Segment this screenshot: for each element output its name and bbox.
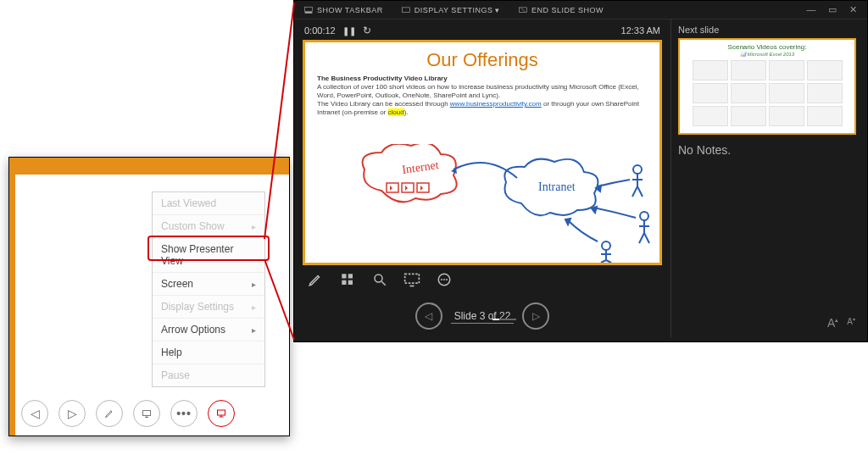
svg-rect-3 [305, 7, 313, 11]
svg-rect-1 [218, 410, 225, 415]
slide-annotation-drawing: Internet Intranet [305, 144, 659, 263]
more-options-button[interactable]: ••• [170, 400, 198, 427]
slideshow-context-menu: Last Viewed Custom Show ▸ Show Presenter… [152, 191, 265, 387]
menu-display-settings: Display Settings ▸ [153, 296, 264, 319]
svg-point-11 [640, 212, 648, 220]
ellipsis-icon: ••• [176, 407, 192, 420]
menu-item-label: Screen [161, 278, 193, 290]
black-screen-tool[interactable] [403, 272, 421, 291]
svg-point-12 [602, 241, 610, 250]
svg-line-18 [381, 281, 386, 286]
next-slide-title: Scenario Videos covering: [680, 43, 854, 51]
display-settings-icon [402, 6, 410, 14]
svg-rect-2 [305, 11, 313, 13]
decrease-font-button[interactable]: A▾ [847, 316, 855, 330]
svg-rect-15 [342, 280, 346, 285]
slide-text-line2c: ). [404, 108, 409, 116]
show-taskbar-button[interactable]: SHOW TASKBAR [304, 6, 383, 14]
maximize-button[interactable]: ▭ [828, 4, 837, 15]
menu-item-label: Show Presenter View [161, 243, 256, 267]
presenter-menubar: SHOW TASKBAR DISPLAY SETTINGS ▾ END SLID… [294, 1, 867, 19]
magnifier-icon [372, 272, 387, 287]
slideshow-accent-top [9, 158, 289, 175]
next-slide-pane: Next slide Scenario Videos covering: 📊 M… [670, 19, 867, 338]
presenter-view-window: SHOW TASKBAR DISPLAY SETTINGS ▾ END SLID… [293, 0, 868, 342]
black-screen-icon [403, 272, 420, 287]
svg-rect-7 [387, 183, 398, 192]
close-button[interactable]: ✕ [849, 4, 858, 15]
presenter-status-row: 0:00:12 ❚❚ ↻ 12:33 AM [303, 25, 662, 40]
window-controls: — ▭ ✕ [807, 4, 858, 15]
svg-point-23 [446, 279, 448, 280]
slideshow-window: Last Viewed Custom Show ▸ Show Presenter… [8, 157, 290, 436]
pause-timer-button[interactable]: ❚❚ [342, 26, 356, 36]
svg-rect-8 [402, 183, 414, 192]
svg-rect-14 [348, 274, 353, 278]
menubar-label: DISPLAY SETTINGS ▾ [415, 6, 500, 14]
slide-text-line2a: The Video Library can be accessed throug… [317, 100, 450, 108]
menu-item-label: Pause [161, 369, 190, 381]
slide-link[interactable]: www.businessproductivity.com [450, 100, 542, 108]
display-button[interactable] [133, 400, 160, 427]
grid-icon [340, 272, 355, 287]
slide-nav: ◁ Slide 3 of 22 ▷ [303, 302, 662, 330]
next-slide-thumbnail[interactable]: Scenario Videos covering: 📊 Microsoft Ex… [678, 38, 856, 135]
notes-font-controls: A▴ A▾ [827, 316, 855, 330]
slide-subtitle: The Business Productivity Video Library [317, 75, 448, 82]
menu-show-presenter-view[interactable]: Show Presenter View [153, 238, 264, 273]
see-all-slides-tool[interactable] [338, 272, 357, 291]
presenter-view-button[interactable] [208, 400, 235, 427]
menu-item-label: Help [161, 347, 182, 358]
increase-font-button[interactable]: A▴ [827, 316, 838, 330]
menu-arrow-options[interactable]: Arrow Options ▸ [153, 319, 264, 341]
next-slide-grid [680, 57, 854, 126]
next-slide-label: Next slide [678, 25, 860, 35]
menu-item-label: Arrow Options [161, 324, 225, 336]
submenu-arrow-icon: ▸ [252, 325, 256, 335]
menu-help[interactable]: Help [153, 341, 264, 364]
menu-custom-show: Custom Show ▸ [153, 215, 264, 238]
minimize-button[interactable]: — [807, 4, 817, 15]
svg-point-22 [443, 279, 445, 280]
current-slide-pane: 0:00:12 ❚❚ ↻ 12:33 AM Our Offerings The … [294, 19, 670, 338]
svg-point-10 [633, 165, 642, 174]
drawing-label-internet: Internet [401, 158, 439, 176]
pen-tool-button[interactable] [96, 400, 123, 427]
prev-slide-button[interactable]: ◁ [21, 400, 48, 427]
slide-body: The Business Productivity Video Library … [305, 75, 659, 117]
taskbar-icon [304, 6, 313, 14]
nav-next-button[interactable]: ▷ [522, 302, 549, 330]
menu-item-label: Custom Show [161, 220, 225, 232]
end-slideshow-button[interactable]: END SLIDE SHOW [519, 6, 604, 14]
submenu-arrow-icon: ▸ [252, 280, 256, 289]
slide-text-line1: A collection of over 100 short videos on… [317, 83, 639, 99]
pen-tool[interactable] [306, 272, 325, 291]
elapsed-time: 0:00:12 [304, 25, 336, 36]
submenu-arrow-icon: ▸ [252, 222, 256, 231]
svg-point-17 [375, 275, 382, 282]
zoom-tool[interactable] [370, 272, 389, 291]
drawing-label-intranet: Intranet [538, 180, 576, 193]
slideshow-accent-left [9, 175, 15, 436]
menubar-label: END SLIDE SHOW [531, 6, 604, 14]
notes-text: No Notes. [678, 143, 860, 157]
menubar-label: SHOW TASKBAR [317, 6, 383, 14]
menu-item-label: Display Settings [161, 301, 234, 313]
svg-rect-0 [143, 411, 151, 416]
more-slide-options[interactable] [435, 272, 453, 291]
slide-counter[interactable]: Slide 3 of 22 [451, 308, 515, 324]
svg-rect-19 [405, 274, 420, 283]
restart-timer-button[interactable]: ↻ [363, 25, 371, 36]
menu-pause: Pause [153, 364, 264, 386]
svg-rect-16 [348, 280, 353, 285]
next-slide-button[interactable]: ▷ [58, 400, 86, 427]
pen-icon [308, 272, 323, 287]
svg-rect-13 [342, 274, 346, 278]
menu-item-label: Last Viewed [161, 197, 216, 209]
menu-screen[interactable]: Screen ▸ [153, 273, 264, 296]
submenu-arrow-icon: ▸ [252, 302, 256, 312]
display-settings-button[interactable]: DISPLAY SETTINGS ▾ [402, 6, 500, 14]
slide-title: Our Offerings [305, 49, 659, 71]
svg-rect-4 [402, 7, 409, 12]
nav-prev-button[interactable]: ◁ [415, 302, 442, 330]
